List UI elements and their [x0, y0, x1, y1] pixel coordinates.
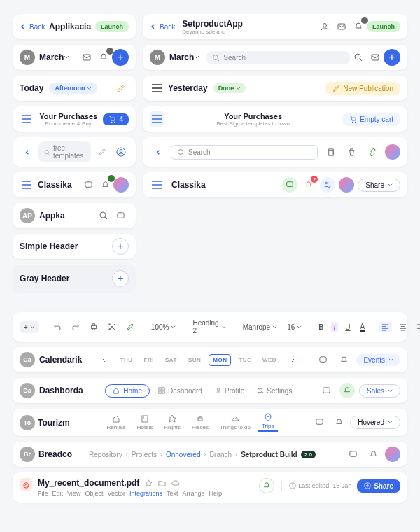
menu-vector[interactable]: Vector: [107, 490, 125, 497]
menu-view[interactable]: View: [67, 490, 80, 497]
cloud-icon[interactable]: [172, 479, 180, 487]
launch-badge[interactable]: Launch: [95, 21, 129, 32]
day-tue[interactable]: TUE: [235, 355, 255, 365]
avatar[interactable]: M: [150, 50, 165, 65]
bell-icon[interactable]: [97, 176, 113, 193]
menu-icon[interactable]: [20, 181, 34, 189]
link-icon[interactable]: [364, 144, 381, 160]
highlight-icon[interactable]: [123, 321, 137, 332]
search-input[interactable]: Search: [171, 145, 318, 160]
day-mon[interactable]: MON: [209, 354, 231, 366]
add-dropdown[interactable]: +: [20, 321, 39, 333]
menu-edit[interactable]: Edit: [52, 490, 64, 497]
back-icon[interactable]: [20, 144, 36, 160]
avatar[interactable]: Da: [20, 383, 35, 398]
edit-icon[interactable]: [94, 144, 110, 160]
bell-icon[interactable]: [350, 18, 367, 35]
day-sun[interactable]: SUN: [185, 355, 204, 365]
user-avatar[interactable]: [113, 177, 129, 192]
size-dropdown[interactable]: 16: [284, 322, 304, 332]
cart-button[interactable]: 4: [103, 113, 129, 125]
chat-icon[interactable]: [282, 177, 298, 192]
undo-icon[interactable]: [50, 321, 64, 332]
trash-icon[interactable]: [343, 144, 360, 160]
back-link[interactable]: Back: [20, 23, 45, 31]
folder-icon[interactable]: [158, 479, 166, 487]
add-button[interactable]: +: [384, 49, 400, 66]
crumb-setproduct[interactable]: Setproduct Build: [241, 451, 298, 458]
align-right-icon[interactable]: [414, 322, 420, 332]
tab-profile[interactable]: Profile: [211, 385, 248, 397]
afternoon-badge[interactable]: Afternoon: [49, 83, 97, 94]
avatar[interactable]: Ca: [20, 352, 35, 368]
nav-hotels[interactable]: Hotels: [133, 414, 158, 430]
day-wed[interactable]: WED: [259, 355, 280, 365]
bell-icon[interactable]: [330, 414, 347, 431]
mail-icon[interactable]: [367, 49, 384, 66]
bold-button[interactable]: B: [316, 322, 326, 332]
avatar[interactable]: AP: [20, 208, 35, 223]
next-icon[interactable]: [284, 351, 301, 368]
text-color-button[interactable]: A: [358, 321, 368, 333]
chat-icon[interactable]: [318, 382, 335, 399]
edit-icon[interactable]: [112, 80, 129, 97]
underline-button[interactable]: U: [342, 322, 353, 332]
crumb-repository[interactable]: Repository: [89, 451, 122, 458]
add-button[interactable]: +: [112, 238, 129, 255]
sales-button[interactable]: Sales: [359, 384, 400, 398]
tab-settings[interactable]: Settings: [253, 385, 296, 397]
bell-icon[interactable]: [259, 478, 274, 493]
user-icon[interactable]: [316, 18, 333, 35]
copy-icon[interactable]: [322, 144, 339, 160]
user-avatar[interactable]: [385, 144, 400, 160]
bell-icon[interactable]: 2: [301, 177, 316, 192]
back-icon[interactable]: [150, 144, 167, 160]
crumb-projects[interactable]: Projects: [132, 451, 157, 458]
avatar[interactable]: M: [20, 50, 35, 65]
avatar[interactable]: Br: [20, 447, 35, 462]
hovered-button[interactable]: Hovered: [350, 416, 400, 429]
back-link[interactable]: Back: [150, 23, 175, 31]
search-input[interactable]: Search: [206, 51, 350, 64]
user-avatar[interactable]: [385, 447, 400, 462]
events-button[interactable]: Events: [356, 354, 400, 366]
search-input[interactable]: free templates: [38, 141, 91, 162]
italic-button[interactable]: I: [331, 322, 339, 332]
avatar[interactable]: To: [20, 415, 35, 430]
new-publication-button[interactable]: New Publication: [326, 82, 400, 95]
chat-icon[interactable]: [344, 446, 361, 463]
chat-icon[interactable]: [314, 351, 331, 368]
day-thu[interactable]: THU: [117, 355, 136, 365]
user-icon[interactable]: [113, 144, 129, 160]
settings-icon[interactable]: [320, 177, 335, 192]
bell-icon[interactable]: [95, 49, 112, 66]
search-icon[interactable]: [350, 49, 367, 66]
print-icon[interactable]: [87, 321, 101, 332]
crumb-branch[interactable]: Branch: [209, 451, 232, 458]
font-dropdown[interactable]: Manrope: [240, 322, 280, 332]
mail-icon[interactable]: [78, 49, 95, 66]
menu-object[interactable]: Object: [85, 490, 103, 497]
tab-dashboard[interactable]: Dashboard: [154, 385, 206, 397]
bell-icon[interactable]: [335, 351, 352, 368]
day-fri[interactable]: FRI: [141, 355, 158, 365]
menu-help[interactable]: Help: [209, 490, 223, 497]
zoom-dropdown[interactable]: 100%: [148, 322, 179, 332]
menu-icon[interactable]: [150, 181, 164, 189]
menu-arrange[interactable]: Arrange: [182, 490, 204, 497]
chat-icon[interactable]: [112, 207, 129, 224]
redo-icon[interactable]: [69, 321, 83, 332]
menu-icon[interactable]: [20, 115, 34, 123]
day-sat[interactable]: SAT: [162, 355, 181, 365]
tab-home[interactable]: Home: [105, 384, 150, 398]
search-icon[interactable]: [95, 207, 112, 224]
nav-things[interactable]: Things to do: [216, 414, 255, 430]
nav-flights[interactable]: Flights: [160, 414, 185, 430]
nav-places[interactable]: Places: [188, 414, 213, 430]
add-button[interactable]: +: [112, 270, 129, 287]
align-left-icon[interactable]: [379, 322, 392, 332]
mail-icon[interactable]: [333, 18, 350, 35]
bell-icon[interactable]: [340, 383, 355, 398]
menu-file[interactable]: File: [38, 490, 48, 497]
menu-integrations[interactable]: Integrations: [130, 490, 162, 497]
